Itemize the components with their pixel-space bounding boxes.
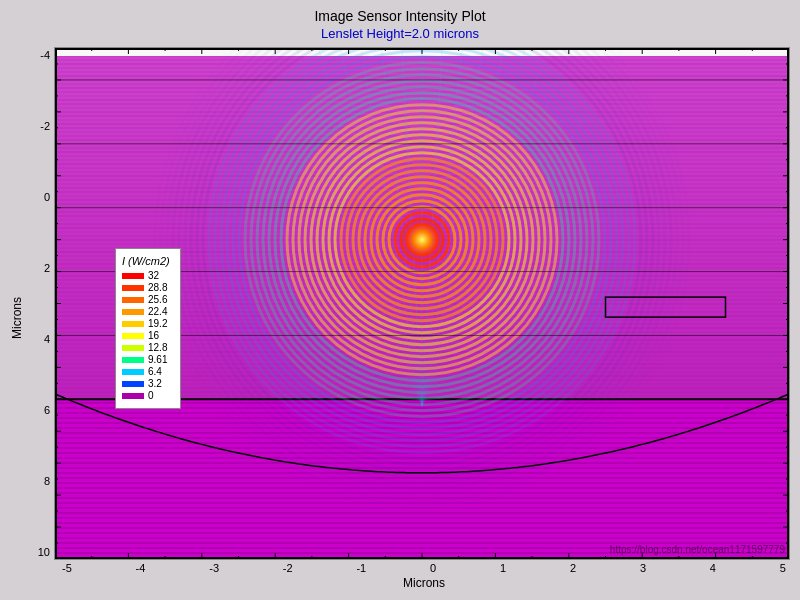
legend-box: I (W/cm2) 3228.825.622.419.21612.89.616.… [115, 248, 181, 409]
legend-value: 0 [148, 390, 154, 401]
y-tick: 6 [44, 404, 50, 416]
legend-row: 19.2 [122, 318, 170, 329]
legend-row: 22.4 [122, 306, 170, 317]
legend-value: 16 [148, 330, 159, 341]
legend-row: 16 [122, 330, 170, 341]
legend-color-swatch [122, 321, 144, 327]
watermark: https://blog.csdn.net/ocean1171597779 [610, 544, 785, 555]
plot-wrapper: Microns -4-20246810 I (W/cm2) 3228.825.6… [10, 47, 790, 590]
y-axis-label: Microns [10, 297, 24, 339]
y-tick: 4 [44, 333, 50, 345]
legend-color-swatch [122, 333, 144, 339]
legend-row: 3.2 [122, 378, 170, 389]
legend-color-swatch [122, 345, 144, 351]
legend-title: I (W/cm2) [122, 255, 170, 267]
x-tick: -4 [136, 562, 146, 574]
legend-color-swatch [122, 309, 144, 315]
y-tick: -4 [40, 49, 50, 61]
x-tick: -2 [283, 562, 293, 574]
legend-row: 9.61 [122, 354, 170, 365]
legend-value: 25.6 [148, 294, 167, 305]
legend-value: 3.2 [148, 378, 162, 389]
y-tick: 0 [44, 191, 50, 203]
legend-value: 19.2 [148, 318, 167, 329]
legend-value: 28.8 [148, 282, 167, 293]
x-tick: -1 [356, 562, 366, 574]
legend-row: 25.6 [122, 294, 170, 305]
legend-row: 12.8 [122, 342, 170, 353]
legend-value: 9.61 [148, 354, 167, 365]
legend-value: 12.8 [148, 342, 167, 353]
legend-color-swatch [122, 393, 144, 399]
legend-row: 28.8 [122, 282, 170, 293]
legend-row: 6.4 [122, 366, 170, 377]
plot-with-yaxis: -4-20246810 I (W/cm2) 3228.825.622.419.2… [26, 47, 790, 560]
legend-color-swatch [122, 273, 144, 279]
x-tick: 5 [780, 562, 786, 574]
x-tick: 2 [570, 562, 576, 574]
chart-subtitle: Lenslet Height=2.0 microns [321, 26, 479, 41]
y-tick: 8 [44, 475, 50, 487]
chart-title: Image Sensor Intensity Plot [314, 8, 485, 24]
y-tick: -2 [40, 120, 50, 132]
plot-area-container: -4-20246810 I (W/cm2) 3228.825.622.419.2… [26, 47, 790, 590]
page-container: Image Sensor Intensity Plot Lenslet Heig… [0, 0, 800, 600]
legend-color-swatch [122, 285, 144, 291]
legend-value: 32 [148, 270, 159, 281]
x-tick: 0 [430, 562, 436, 574]
legend-value: 6.4 [148, 366, 162, 377]
legend-row: 32 [122, 270, 170, 281]
y-tick: 10 [38, 546, 50, 558]
plot-canvas: I (W/cm2) 3228.825.622.419.21612.89.616.… [54, 47, 790, 560]
x-tick: -5 [62, 562, 72, 574]
x-axis-row: -5-4-3-2-1012345 [26, 560, 790, 574]
y-ticks: -4-20246810 [26, 47, 54, 560]
y-tick: 2 [44, 262, 50, 274]
legend-color-swatch [122, 381, 144, 387]
legend-value: 22.4 [148, 306, 167, 317]
x-tick: -3 [209, 562, 219, 574]
x-tick: 3 [640, 562, 646, 574]
x-ticks: -5-4-3-2-1012345 [58, 560, 790, 574]
legend-color-swatch [122, 369, 144, 375]
legend-row: 0 [122, 390, 170, 401]
x-axis-label-row: Microns [26, 576, 790, 590]
legend-color-swatch [122, 297, 144, 303]
x-tick: 1 [500, 562, 506, 574]
x-tick: 4 [710, 562, 716, 574]
legend-color-swatch [122, 357, 144, 363]
